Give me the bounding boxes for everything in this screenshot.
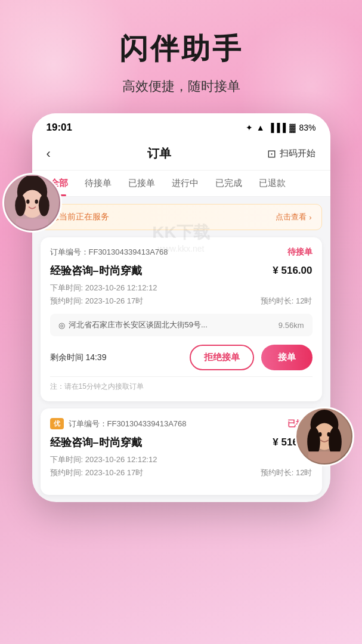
order-title-row-2: 经验咨询–时尚穿戴 ¥ 516.00 xyxy=(50,435,313,450)
battery-icon: ▓ xyxy=(289,123,295,132)
svg-point-6 xyxy=(15,195,26,216)
action-buttons-1: 拒绝接单 接单 xyxy=(190,345,313,370)
status-time: 19:01 xyxy=(47,122,72,134)
hero-section: 闪伴助手 高效便捷，随时接单 xyxy=(0,0,362,113)
order-reserve-row-1: 预约时间: 2023-10-26 17时 预约时长: 12时 xyxy=(50,296,313,306)
location-address-1: ◎ 河北省石家庄市长安区谈固北大街59号... xyxy=(58,320,208,330)
tabs-container: 全部 待接单 已接单 进行中 已完成 已退款 xyxy=(32,171,330,197)
order-header-1: 订单编号：FF301304339413A768 待接单 xyxy=(50,247,313,258)
order-place-time-1: 下单时间: 2023-10-26 12:12:12 xyxy=(50,283,313,293)
order-timer-1: 剩余时间 14:39 xyxy=(50,352,107,363)
svg-point-4 xyxy=(26,200,29,204)
hero-subtitle: 高效便捷，随时接单 xyxy=(0,78,362,95)
order-duration-1: 预约时长: 12时 xyxy=(261,296,313,306)
wifi-icon: ▲ xyxy=(256,123,265,132)
order-note-1: 注：请在15分钟之内接取订单 xyxy=(50,376,313,392)
order-reserve-time-1: 预约时间: 2023-10-26 17时 xyxy=(50,296,144,306)
tab-inprogress[interactable]: 进行中 xyxy=(163,171,207,196)
order-id-1: 订单编号：FF301304339413A768 xyxy=(50,247,168,258)
service-link-arrow: › xyxy=(309,213,311,222)
reject-button-1[interactable]: 拒绝接单 xyxy=(190,345,254,370)
bluetooth-icon: ✦ xyxy=(246,123,253,132)
order-reserve-time-2: 预约时间: 2023-10-26 17时 xyxy=(50,467,144,478)
battery-percent: 83% xyxy=(299,123,315,132)
order-id-2: 订单编号：FF301304339413A768 xyxy=(69,419,187,429)
hero-title: 闪伴助手 xyxy=(0,30,362,68)
status-bar: 19:01 ✦ ▲ ▐▐▐ ▓ 83% xyxy=(32,113,330,138)
phone-screen: 19:01 ✦ ▲ ▐▐▐ ▓ 83% ‹ 订单 ⊡ 扫码开始 全部 待接单 已… xyxy=(32,113,330,502)
order-card-1: 订单编号：FF301304339413A768 待接单 经验咨询–时尚穿戴 ¥ … xyxy=(41,237,322,401)
order-title-row-1: 经验咨询–时尚穿戴 ¥ 516.00 xyxy=(50,264,313,278)
service-link[interactable]: 点击查看 › xyxy=(276,212,311,222)
phone-wrapper: 19:01 ✦ ▲ ▐▐▐ ▓ 83% ‹ 订单 ⊡ 扫码开始 全部 待接单 已… xyxy=(20,113,342,502)
order-header-2: 优 订单编号：FF301304339413A768 已接单 xyxy=(50,418,313,429)
order-location-1: ◎ 河北省石家庄市长安区谈固北大街59号... 9.56km xyxy=(50,314,313,336)
location-distance-1: 9.56km xyxy=(279,321,304,330)
order-badge-2: 优 xyxy=(50,418,64,429)
svg-rect-8 xyxy=(16,219,48,230)
nav-title: 订单 xyxy=(147,145,171,162)
tab-pending[interactable]: 待接单 xyxy=(76,171,120,196)
tab-completed[interactable]: 已完成 xyxy=(207,171,250,196)
signal-icon: ▐▐▐ xyxy=(268,123,286,132)
scan-icon: ⊡ xyxy=(267,147,276,160)
service-banner[interactable]: 您当前正在服务 点击查看 › xyxy=(41,204,322,230)
svg-point-7 xyxy=(38,195,49,216)
location-pin-icon: ◎ xyxy=(58,321,65,330)
nav-bar: ‹ 订单 ⊡ 扫码开始 xyxy=(32,138,330,171)
order-name-2: 经验咨询–时尚穿戴 xyxy=(50,435,142,450)
order-status-1: 待接单 xyxy=(287,247,313,258)
avatar-right xyxy=(295,407,354,466)
accept-button-1[interactable]: 接单 xyxy=(261,345,313,370)
order-actions-1: 剩余时间 14:39 拒绝接单 接单 xyxy=(50,345,313,370)
svg-point-5 xyxy=(35,200,38,204)
order-reserve-row-2: 预约时间: 2023-10-26 17时 预约时长: 12时 xyxy=(50,467,313,478)
avatar-left xyxy=(2,173,62,233)
order-card-2: 优 订单编号：FF301304339413A768 已接单 经验咨询–时尚穿戴 … xyxy=(41,408,322,495)
scan-button[interactable]: ⊡ 扫码开始 xyxy=(267,147,315,160)
status-icons: ✦ ▲ ▐▐▐ ▓ 83% xyxy=(246,123,316,132)
tab-accepted[interactable]: 已接单 xyxy=(120,171,163,196)
svg-rect-17 xyxy=(308,451,341,463)
order-badge-row-2: 优 订单编号：FF301304339413A768 xyxy=(50,418,187,429)
order-name-1: 经验咨询–时尚穿戴 xyxy=(50,264,142,278)
tab-refunded[interactable]: 已退款 xyxy=(250,171,294,196)
order-price-1: ¥ 516.00 xyxy=(273,265,312,277)
order-duration-2: 预约时长: 12时 xyxy=(261,467,313,478)
order-place-time-2: 下单时间: 2023-10-26 12:12:12 xyxy=(50,454,313,465)
back-button[interactable]: ‹ xyxy=(47,146,51,162)
scan-label: 扫码开始 xyxy=(280,148,315,159)
